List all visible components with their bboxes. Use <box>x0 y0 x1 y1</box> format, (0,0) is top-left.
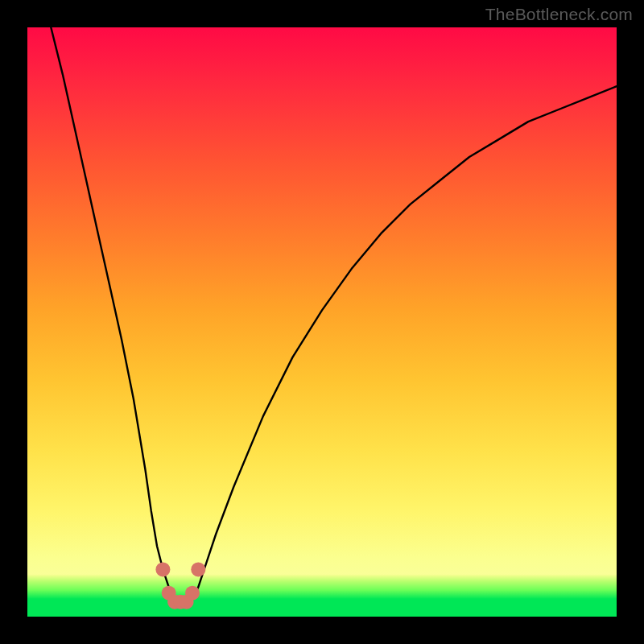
curve-marker <box>155 562 170 576</box>
chart-frame: TheBottleneck.com <box>0 0 644 644</box>
bottleneck-curve <box>51 27 617 605</box>
curve-marker <box>191 562 205 576</box>
curve-marker <box>185 586 200 601</box>
watermark-text: TheBottleneck.com <box>485 5 633 24</box>
plot-area <box>27 27 617 617</box>
curve-layer <box>27 27 617 617</box>
